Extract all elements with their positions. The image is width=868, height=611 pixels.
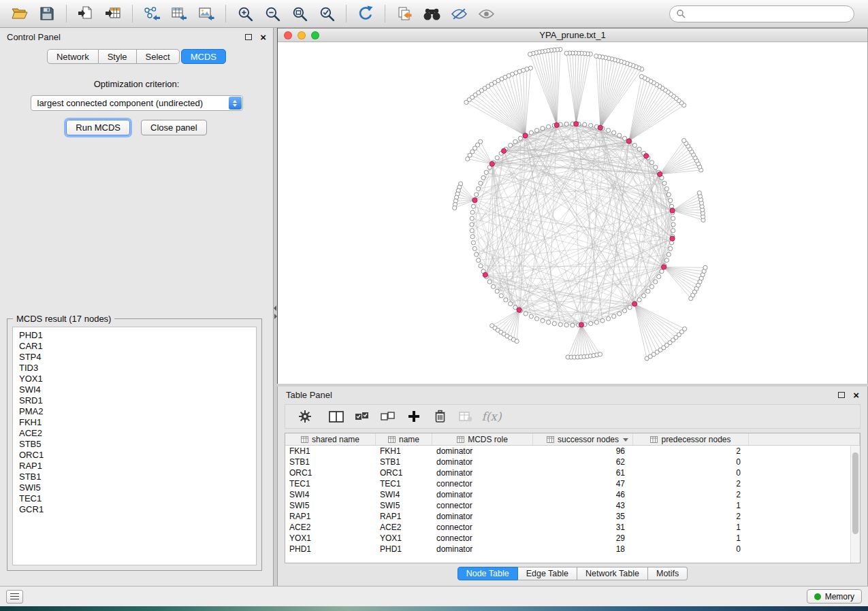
mcds-result-item[interactable]: ACE2: [13, 428, 256, 439]
mcds-result-item[interactable]: SWI4: [13, 384, 256, 395]
tab-edge-table[interactable]: Edge Table: [518, 567, 577, 580]
network-window-titlebar[interactable]: YPA_prune.txt_1: [278, 28, 867, 42]
export-network-button[interactable]: [139, 2, 165, 25]
mcds-result-item[interactable]: SWI5: [13, 482, 256, 493]
close-table-panel-icon[interactable]: ×: [853, 390, 859, 400]
select-all-button[interactable]: [349, 406, 375, 427]
search-input[interactable]: [690, 9, 848, 19]
unselect-all-button[interactable]: [375, 406, 401, 427]
memory-button[interactable]: Memory: [807, 589, 862, 604]
zoom-selected-button[interactable]: [314, 2, 340, 25]
table-cell: PHD1: [376, 544, 432, 554]
mcds-result-item[interactable]: ORC1: [13, 450, 256, 461]
mcds-result-item[interactable]: GCR1: [13, 504, 256, 515]
mcds-result-item[interactable]: CAR1: [13, 341, 256, 352]
table-row[interactable]: FKH1FKH1dominator962: [285, 446, 850, 457]
tab-motifs[interactable]: Motifs: [648, 567, 688, 580]
save-session-button[interactable]: [34, 2, 60, 25]
table-cell: 2: [633, 479, 749, 489]
mcds-result-item[interactable]: TID3: [13, 363, 256, 374]
tab-select[interactable]: Select: [137, 49, 180, 64]
table-cell: PHD1: [285, 544, 376, 554]
table-cell: 47: [533, 479, 633, 489]
window-close-button[interactable]: [284, 31, 292, 39]
table-row[interactable]: SWI4SWI4dominator462: [285, 489, 850, 500]
table-row[interactable]: SWI5SWI5connector431: [285, 500, 850, 511]
run-mcds-button[interactable]: Run MCDS: [66, 120, 130, 135]
tab-node-table[interactable]: Node Table: [457, 567, 518, 580]
tab-style[interactable]: Style: [99, 49, 137, 64]
splitter-collapse-left-icon[interactable]: [274, 306, 276, 311]
show-hide-button[interactable]: [473, 2, 499, 25]
table-row[interactable]: STB1STB1dominator620: [285, 457, 850, 467]
network-canvas[interactable]: [278, 42, 867, 384]
table-scrollbar-thumb[interactable]: [852, 452, 858, 534]
table-row[interactable]: ORC1ORC1dominator610: [285, 467, 850, 478]
refresh-view-button[interactable]: [353, 2, 379, 25]
copy-style-button[interactable]: [391, 2, 417, 25]
table-row[interactable]: ACE2ACE2connector311: [285, 522, 850, 533]
mcds-result-item[interactable]: TEC1: [13, 493, 256, 504]
control-panel-header: Control Panel ×: [0, 28, 273, 46]
mcds-result-item[interactable]: STB1: [13, 472, 256, 482]
export-image-button[interactable]: [193, 2, 219, 25]
column-header-mcds-role[interactable]: MCDS role: [432, 433, 533, 445]
table-row[interactable]: RAP1RAP1dominator352: [285, 511, 850, 522]
tab-mcds[interactable]: MCDS: [181, 49, 226, 64]
column-header-predecessor-nodes[interactable]: predecessor nodes: [633, 433, 749, 445]
mcds-result-item[interactable]: YOX1: [13, 374, 256, 384]
table-settings-button[interactable]: [292, 406, 318, 427]
zoom-fit-button[interactable]: [287, 2, 312, 25]
float-panel-icon[interactable]: [245, 34, 252, 40]
table-scrollbar[interactable]: [850, 446, 860, 563]
mcds-result-item[interactable]: SRD1: [13, 395, 256, 406]
split-columns-button[interactable]: [323, 406, 349, 427]
network-window: YPA_prune.txt_1: [277, 28, 868, 384]
search-icon: [676, 9, 686, 18]
mcds-result-item[interactable]: RAP1: [13, 461, 256, 472]
search-box[interactable]: [669, 5, 854, 22]
panel-menu-button[interactable]: [6, 590, 23, 604]
zoom-in-button[interactable]: [232, 2, 258, 25]
delete-column-button[interactable]: [427, 406, 453, 427]
mcds-result-item[interactable]: STB5: [13, 439, 256, 450]
mcds-result-item[interactable]: STP4: [13, 352, 256, 363]
import-network-button[interactable]: [73, 2, 99, 25]
table-row[interactable]: YOX1YOX1connector291: [285, 533, 850, 544]
table-panel-tabs: Node Table Edge Table Network Table Moti…: [278, 567, 867, 580]
open-session-button[interactable]: [7, 2, 33, 25]
toggle-graphics-details-button[interactable]: [446, 2, 472, 25]
find-network-button[interactable]: [419, 2, 445, 25]
refresh-icon: [357, 5, 374, 22]
export-network-icon: [143, 6, 161, 21]
successor-filter-chevron-icon[interactable]: [623, 438, 628, 442]
float-table-panel-icon[interactable]: [838, 392, 845, 398]
table-cell: TEC1: [285, 479, 376, 489]
close-panel-icon[interactable]: ×: [260, 32, 266, 42]
tab-network[interactable]: Network: [47, 49, 99, 64]
table-cell: FKH1: [376, 446, 432, 456]
add-column-button[interactable]: [401, 406, 427, 427]
table-row[interactable]: TEC1TEC1connector472: [285, 478, 850, 489]
import-table-button[interactable]: [100, 2, 126, 25]
zoom-out-button[interactable]: [259, 2, 285, 25]
mcds-result-item[interactable]: PMA2: [13, 406, 256, 417]
export-table-button[interactable]: [166, 2, 192, 25]
close-panel-button[interactable]: Close panel: [141, 120, 207, 135]
mcds-result-item[interactable]: PHD1: [13, 330, 256, 341]
tab-network-table[interactable]: Network Table: [577, 567, 648, 580]
table-cell: 1: [633, 533, 749, 543]
window-maximize-button[interactable]: [311, 31, 319, 39]
mcds-result-item[interactable]: FKH1: [13, 417, 256, 428]
function-builder-button: f(x): [479, 406, 504, 427]
column-header-name[interactable]: name: [376, 433, 432, 445]
column-header-shared-name[interactable]: shared name: [285, 433, 376, 445]
window-minimize-button[interactable]: [298, 31, 306, 39]
table-cell: 43: [533, 501, 633, 510]
table-row[interactable]: PHD1PHD1dominator180: [285, 544, 850, 555]
table-cell: STB1: [376, 457, 432, 467]
criterion-dropdown[interactable]: largest connected component (undirected): [31, 95, 243, 111]
network-svg[interactable]: [278, 42, 867, 384]
mcds-result-list[interactable]: PHD1CAR1STP4TID3YOX1SWI4SRD1PMA2FKH1ACE2…: [12, 327, 257, 565]
column-header-successor-nodes[interactable]: successor nodes: [533, 433, 633, 445]
